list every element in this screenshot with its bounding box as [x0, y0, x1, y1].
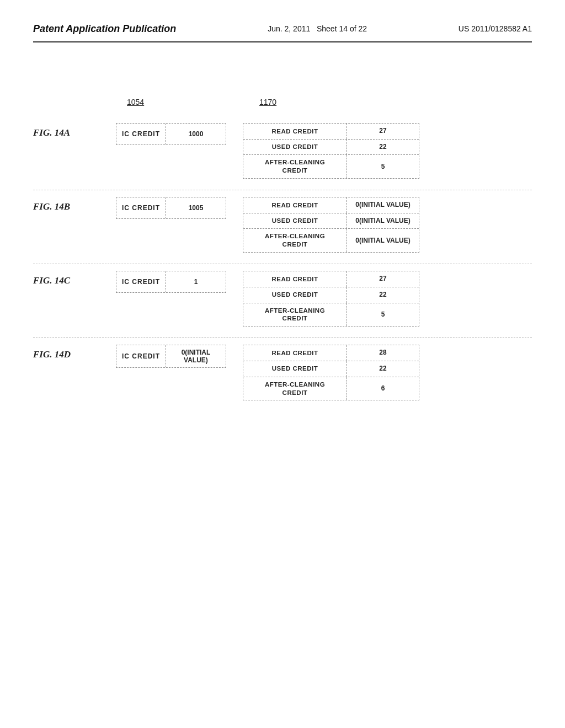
cell-label-fig14d-0: READ CREDIT [243, 345, 347, 361]
table-row-fig14a-1: USED CREDIT22 [243, 140, 419, 156]
cell-value-fig14d-2: 6 [347, 377, 419, 400]
sheet-info: Sheet 14 of 22 [317, 24, 367, 33]
ref-number-left: 1054 [127, 98, 243, 106]
publication-date: Jun. 2, 2011 [268, 24, 310, 33]
ic-credit-value-fig14d: 0(INITIAL VALUE) [166, 345, 226, 367]
right-table-fig14b: READ CREDIT0(INITIAL VALUE)USED CREDIT0(… [243, 197, 419, 253]
cell-label-fig14b-2: AFTER-CLEANING CREDIT [243, 229, 347, 252]
cell-label-fig14b-0: READ CREDIT [243, 197, 347, 213]
fig-label-fig14b: FIG. 14B [33, 197, 99, 212]
ref-number-right: 1170 [259, 98, 430, 106]
right-table-fig14a: READ CREDIT27USED CREDIT22AFTER-CLEANING… [243, 123, 419, 179]
main-content: 1054 1170 FIG. 14AIC CREDIT1000READ CRED… [33, 53, 532, 405]
fig-label-fig14c: FIG. 14C [33, 271, 99, 286]
cell-label-fig14c-2: AFTER-CLEANING CREDIT [243, 303, 347, 326]
page-header: Patent Application Publication Jun. 2, 2… [33, 22, 532, 42]
cell-label-fig14c-0: READ CREDIT [243, 271, 347, 287]
cell-value-fig14c-0: 27 [347, 271, 419, 287]
table-row-fig14a-2: AFTER-CLEANING CREDIT5 [243, 155, 419, 178]
cell-value-fig14b-2: 0(INITIAL VALUE) [347, 229, 419, 252]
figures-container: FIG. 14AIC CREDIT1000READ CREDIT27USED C… [33, 123, 532, 405]
ic-credit-value-fig14b: 1005 [166, 197, 226, 218]
ic-credit-box-fig14b: IC CREDIT1005 [116, 197, 226, 219]
ic-credit-box-fig14d: IC CREDIT0(INITIAL VALUE) [116, 345, 226, 368]
ic-credit-label-fig14a: IC CREDIT [116, 124, 166, 144]
cell-label-fig14b-1: USED CREDIT [243, 213, 347, 229]
table-row-fig14c-2: AFTER-CLEANING CREDIT5 [243, 303, 419, 326]
ic-credit-value-fig14a: 1000 [166, 124, 226, 144]
ic-credit-label-fig14c: IC CREDIT [116, 271, 166, 292]
ic-credit-label-fig14d: IC CREDIT [116, 345, 166, 367]
cell-label-fig14a-0: READ CREDIT [243, 124, 347, 139]
table-row-fig14b-0: READ CREDIT0(INITIAL VALUE) [243, 197, 419, 213]
fig-row-fig14b: FIG. 14BIC CREDIT1005READ CREDIT0(INITIA… [33, 197, 532, 253]
cell-value-fig14b-0: 0(INITIAL VALUE) [347, 197, 419, 213]
table-row-fig14d-1: USED CREDIT22 [243, 361, 419, 377]
date-sheet: Jun. 2, 2011 Sheet 14 of 22 [268, 22, 367, 33]
table-row-fig14b-1: USED CREDIT0(INITIAL VALUE) [243, 213, 419, 229]
cell-value-fig14c-1: 22 [347, 287, 419, 303]
cell-value-fig14c-2: 5 [347, 303, 419, 326]
ic-credit-label-fig14b: IC CREDIT [116, 197, 166, 218]
right-table-fig14c: READ CREDIT27USED CREDIT22AFTER-CLEANING… [243, 271, 419, 326]
fig-row-fig14a: FIG. 14AIC CREDIT1000READ CREDIT27USED C… [33, 123, 532, 179]
cell-value-fig14d-1: 22 [347, 361, 419, 377]
cell-label-fig14d-1: USED CREDIT [243, 361, 347, 377]
table-row-fig14b-2: AFTER-CLEANING CREDIT0(INITIAL VALUE) [243, 229, 419, 252]
cell-label-fig14d-2: AFTER-CLEANING CREDIT [243, 377, 347, 400]
ic-credit-value-fig14c: 1 [166, 271, 226, 292]
table-row-fig14d-2: AFTER-CLEANING CREDIT6 [243, 377, 419, 400]
table-row-fig14a-0: READ CREDIT27 [243, 124, 419, 140]
fig-row-fig14d: FIG. 14DIC CREDIT0(INITIAL VALUE)READ CR… [33, 345, 532, 400]
table-row-fig14c-1: USED CREDIT22 [243, 287, 419, 303]
page: Patent Application Publication Jun. 2, 2… [0, 0, 565, 728]
publication-title: Patent Application Publication [33, 22, 176, 36]
cell-label-fig14c-1: USED CREDIT [243, 287, 347, 303]
patent-number: US 2011/0128582 A1 [459, 22, 532, 33]
cell-value-fig14a-0: 27 [347, 124, 419, 139]
cell-label-fig14a-2: AFTER-CLEANING CREDIT [243, 155, 347, 178]
fig-label-fig14a: FIG. 14A [33, 123, 99, 138]
fig-label-fig14d: FIG. 14D [33, 345, 99, 360]
cell-label-fig14a-1: USED CREDIT [243, 140, 347, 155]
ic-credit-box-fig14a: IC CREDIT1000 [116, 123, 226, 145]
table-row-fig14c-0: READ CREDIT27 [243, 271, 419, 287]
right-table-fig14d: READ CREDIT28USED CREDIT22AFTER-CLEANING… [243, 345, 419, 400]
cell-value-fig14b-1: 0(INITIAL VALUE) [347, 213, 419, 229]
table-row-fig14d-0: READ CREDIT28 [243, 345, 419, 361]
ic-credit-box-fig14c: IC CREDIT1 [116, 271, 226, 293]
cell-value-fig14a-2: 5 [347, 155, 419, 178]
fig-row-fig14c: FIG. 14CIC CREDIT1READ CREDIT27USED CRED… [33, 271, 532, 326]
cell-value-fig14a-1: 22 [347, 140, 419, 155]
cell-value-fig14d-0: 28 [347, 345, 419, 361]
